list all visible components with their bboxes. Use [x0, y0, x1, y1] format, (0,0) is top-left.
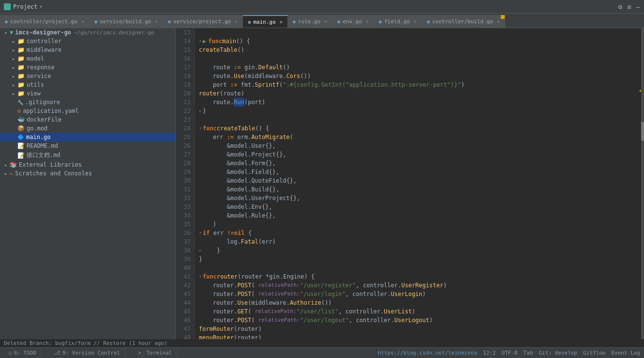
- tab-close[interactable]: ×: [280, 19, 283, 25]
- vc-icon: ⎇: [54, 350, 60, 356]
- tab-tab-rule[interactable]: ● rule.go ×: [288, 15, 332, 28]
- git-branch[interactable]: Git: develop: [539, 350, 577, 356]
- status-right: https://blog.csdn.net/leinminna 12:2 UTF…: [374, 350, 644, 356]
- terminal-tab[interactable]: >_ Terminal: [133, 348, 177, 358]
- tab-container: ● controller/project.go × ● service/buil…: [0, 14, 644, 28]
- code-line-20: router(route): [199, 89, 640, 98]
- sidebar-item-middleware[interactable]: ▸ 📁 middleware: [0, 46, 175, 54]
- tree-label-main-go: main.go: [26, 134, 51, 140]
- tree-label-dockerfile: dockerFile: [27, 116, 61, 123]
- line-number-15: 15: [180, 46, 191, 54]
- sidebar-item-application-yaml[interactable]: ⚙ application.yaml: [0, 107, 175, 115]
- sidebar-item-interface-doc-md[interactable]: 📝 接口文档.md: [0, 150, 175, 160]
- sidebar-item-model[interactable]: ▸ 📁 model: [0, 54, 175, 63]
- tab-label: controller/project.go: [10, 18, 77, 25]
- code-content[interactable]: ▾▶func main() { createTable() route := g…: [195, 28, 644, 339]
- tab-label: main.go: [253, 19, 275, 25]
- tree-label-go-mod: go.mod: [27, 125, 47, 132]
- code-line-46: router.POST( relativePath: "/user/logout…: [199, 316, 640, 325]
- minimize-icon[interactable]: —: [636, 3, 640, 11]
- code-line-40: [199, 264, 640, 272]
- code-line-48: menuRouter(router): [199, 333, 640, 339]
- line-number-33: 33: [180, 202, 191, 211]
- external-icon: 📚: [10, 161, 17, 168]
- tab-tab-service-project[interactable]: ● service/project.go ×: [163, 15, 243, 28]
- sidebar-item-readme-md[interactable]: 📝 README.md: [0, 141, 175, 150]
- docker-icon: 🐳: [17, 116, 25, 123]
- sidebar-item-service[interactable]: ▸ 📁 service: [0, 72, 175, 80]
- tab-tab-main[interactable]: ● main.go ×: [243, 15, 287, 28]
- sidebar-item-utils[interactable]: ▸ 📁 utils: [0, 80, 175, 89]
- line-number-37: 37: [180, 237, 191, 246]
- line-number-35: 35: [180, 220, 191, 229]
- scroll-indicator[interactable]: [641, 28, 644, 339]
- tab-close[interactable]: ×: [81, 19, 84, 24]
- indent-indicator[interactable]: Tab: [524, 350, 533, 356]
- tab-tab-field[interactable]: ● field.go ×: [374, 15, 422, 28]
- gitflow-button[interactable]: Gitflow: [583, 350, 605, 356]
- code-line-26: &model.User{},: [199, 141, 640, 150]
- sidebar-item-dockerfile[interactable]: 🐳 dockerFile: [0, 115, 175, 124]
- code-line-13: [199, 28, 640, 37]
- line-number-25: 25: [180, 133, 191, 141]
- sidebar-item-main-go[interactable]: 🔷 main.go: [0, 133, 175, 141]
- sidebar-item-scratches[interactable]: ▸ ✏ Scratches and Consoles: [0, 169, 175, 178]
- code-area[interactable]: 1314151617181920212223242526272829303132…: [176, 28, 644, 339]
- sidebar-item-gitignore[interactable]: 🔧 .gitignore: [0, 98, 175, 107]
- sidebar-item-external-libraries[interactable]: ▸ 📚 External Libraries: [0, 160, 175, 169]
- tab-close[interactable]: ×: [366, 19, 369, 24]
- position-indicator[interactable]: 12:2: [483, 350, 496, 356]
- folder-icon-view: 📁: [17, 90, 25, 97]
- line-number-14: 14: [180, 37, 191, 46]
- url-link[interactable]: https://blog.csdn.net/leinminna: [378, 350, 477, 356]
- sidebar-item-view[interactable]: ▸ 📁 view: [0, 89, 175, 98]
- code-line-19: port := fmt.Sprintf(":#{config.GetInt("a…: [199, 80, 640, 89]
- tab-file-icon: ●: [293, 19, 296, 24]
- code-line-44: router.Use(middleware.Authorize()): [199, 298, 640, 307]
- tab-close[interactable]: ×: [497, 19, 500, 24]
- tab-tab-controller-build[interactable]: ● controller/build.go ×: [422, 15, 505, 28]
- code-line-32: &model.UserProject{},: [199, 194, 640, 202]
- code-line-34: &model.Rule{},: [199, 211, 640, 220]
- line-number-32: 32: [180, 194, 191, 202]
- tab-close[interactable]: ×: [155, 19, 158, 24]
- tab-close[interactable]: ×: [235, 19, 238, 24]
- md-icon: 📝: [17, 152, 25, 159]
- tree-arrow-external-libraries: ▸: [3, 162, 9, 168]
- tab-file-icon: ●: [427, 19, 430, 24]
- settings-icon[interactable]: ⚙: [618, 3, 622, 11]
- tree-label-readme-md: README.md: [27, 142, 58, 149]
- tree-label-model: model: [27, 55, 44, 62]
- event-log[interactable]: Event Log: [611, 350, 640, 356]
- folder-icon-utils: 📁: [17, 81, 25, 88]
- line-number-22: 22: [180, 107, 191, 115]
- folder-icon-controller: 📁: [17, 38, 25, 45]
- code-line-18: route.Use(middleware.Cors()): [199, 72, 640, 80]
- menu-icon[interactable]: ≡: [627, 3, 631, 11]
- gitignore-icon: 🔧: [17, 100, 23, 105]
- tab-label: rule.go: [298, 18, 320, 25]
- project-dropdown[interactable]: ▾: [40, 4, 43, 9]
- line-number-27: 27: [180, 150, 191, 159]
- tab-close[interactable]: ×: [414, 19, 417, 24]
- version-control-tab[interactable]: ⎇ 9: Version Control: [49, 348, 125, 358]
- sidebar-item-controller[interactable]: ▸ 📁 controller: [0, 37, 175, 46]
- tab-tab-service-build[interactable]: ● service/build.go ×: [90, 15, 163, 28]
- sidebar-item-root[interactable]: ▾ ▼ imcs-designer-go ~/go/src/imcs-desig…: [0, 28, 175, 37]
- tree-label-scratches: Scratches and Consoles: [15, 170, 92, 177]
- line-number-43: 43: [180, 290, 191, 298]
- tab-label: service/project.go: [173, 18, 231, 25]
- status-left: ☑ 6: TODO ⎇ 9: Version Control >_ Termin…: [0, 348, 181, 358]
- tree-label-middleware: middleware: [27, 47, 61, 53]
- scroll-thumb[interactable]: [641, 122, 644, 141]
- encoding-indicator[interactable]: UTF-8: [502, 350, 518, 356]
- sidebar-item-response[interactable]: ▸ 📁 response: [0, 63, 175, 72]
- tab-tab-env[interactable]: ● env.go ×: [332, 15, 374, 28]
- sidebar-item-go-mod[interactable]: 📦 go.mod: [0, 124, 175, 133]
- code-line-30: &model.QuoteField{},: [199, 176, 640, 185]
- tab-tab-controller-project[interactable]: ● controller/project.go ×: [0, 15, 90, 28]
- tab-close[interactable]: ×: [324, 19, 327, 24]
- deleted-branch: Deleted Branch: bugfix/form // Restore (…: [0, 339, 644, 347]
- todo-tab[interactable]: ☑ 6: TODO: [4, 348, 42, 358]
- code-line-45: router.GET( relativePath: "/user/list", …: [199, 307, 640, 316]
